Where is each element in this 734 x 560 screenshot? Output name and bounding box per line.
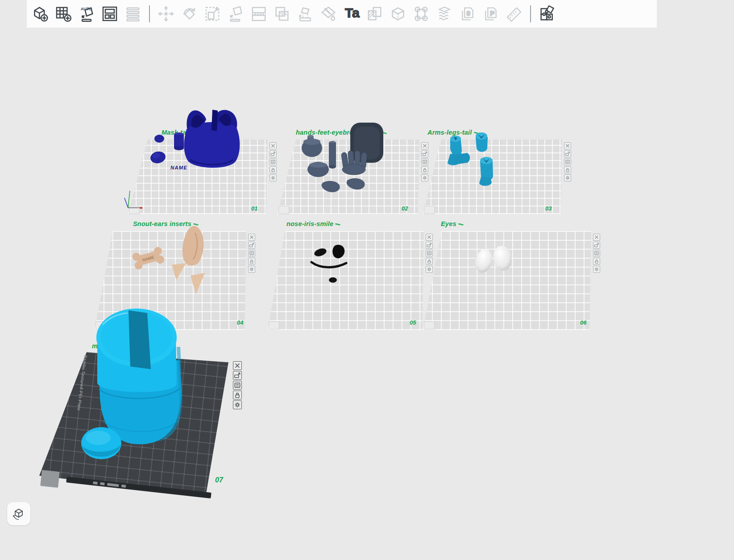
plate-settings-icon[interactable] — [248, 250, 255, 257]
fuzzy-skin-button[interactable] — [435, 5, 453, 23]
plate-settings-icon[interactable] — [233, 381, 242, 390]
cut-button[interactable] — [250, 5, 268, 23]
plate-01-controls — [270, 142, 277, 181]
plate-04-controls — [248, 234, 255, 273]
cut-cube-button[interactable] — [389, 5, 407, 23]
delete-plate-icon[interactable] — [564, 142, 571, 149]
text-shape-button[interactable]: Ta — [343, 5, 361, 23]
model-eyes[interactable] — [472, 242, 519, 278]
plate-gear-icon[interactable] — [233, 400, 242, 409]
auto-orient-button[interactable]: AUTO — [78, 5, 95, 23]
svg-text:P: P — [490, 9, 494, 17]
lock-plate-icon[interactable] — [426, 258, 433, 265]
delete-plate-icon[interactable] — [248, 234, 255, 241]
zero-document-button[interactable]: 0 — [459, 5, 477, 23]
toolbar-divider — [530, 5, 531, 22]
plate-corner-tab — [269, 321, 279, 329]
variable-layer-height-button[interactable] — [124, 5, 142, 23]
plate-number-02: 02 — [402, 205, 408, 212]
lock-plate-icon[interactable] — [248, 258, 255, 265]
toolbar-divider — [149, 5, 150, 22]
delete-plate-icon[interactable] — [426, 234, 433, 241]
color-painting-button[interactable] — [319, 5, 337, 23]
plate-05-controls — [426, 234, 433, 273]
p-document-button[interactable]: P — [482, 5, 500, 23]
plate-settings-icon[interactable] — [270, 158, 277, 165]
plate-05-name: nose-iris-smile — [286, 220, 342, 227]
delete-plate-icon[interactable] — [270, 142, 277, 149]
axes-gizmo — [123, 189, 144, 210]
plate-corner-tab — [278, 206, 289, 214]
move-plate-icon[interactable] — [564, 150, 571, 157]
plate-03-controls — [564, 142, 571, 181]
move-plate-icon[interactable] — [426, 242, 433, 249]
lock-plate-icon[interactable] — [593, 258, 600, 265]
plate-gear-icon[interactable] — [270, 174, 277, 181]
model-nose-iris-smile[interactable] — [308, 241, 357, 288]
move-plate-icon[interactable] — [248, 242, 255, 249]
move-plate-icon[interactable] — [593, 242, 600, 249]
plate-settings-icon[interactable] — [593, 250, 600, 257]
edit-plate-name-icon[interactable] — [335, 219, 344, 229]
delete-plate-icon[interactable] — [421, 142, 428, 149]
assembly-view-button[interactable] — [538, 5, 556, 23]
lock-plate-icon[interactable] — [421, 166, 428, 173]
plate-corner-tab — [424, 206, 435, 214]
plate-gear-icon[interactable] — [564, 174, 571, 181]
plate-06-name: Eyes — [441, 220, 465, 227]
plate-number-03: 03 — [545, 205, 552, 212]
plate-gear-icon[interactable] — [248, 266, 255, 273]
move-plate-icon[interactable] — [270, 150, 277, 157]
support-painting-button[interactable] — [296, 5, 314, 23]
lock-plate-icon[interactable] — [233, 391, 242, 399]
model-body-cylinder[interactable] — [77, 307, 199, 472]
place-on-face-button[interactable] — [227, 5, 245, 23]
plate-settings-icon[interactable] — [421, 158, 428, 165]
arrange-button[interactable] — [101, 5, 119, 23]
move-plate-icon[interactable] — [233, 371, 242, 380]
plate-gear-icon[interactable] — [593, 266, 600, 273]
rotate-button[interactable] — [180, 5, 198, 23]
plate-07-controls — [233, 361, 242, 409]
model-hands-feet-belly[interactable] — [301, 120, 386, 198]
delete-plate-icon[interactable] — [233, 361, 242, 370]
scale-button[interactable] — [203, 5, 221, 23]
lock-plate-icon[interactable] — [564, 166, 571, 173]
svg-text:NAME: NAME — [170, 165, 187, 170]
move-button[interactable] — [157, 5, 175, 23]
plate-corner-tab — [40, 470, 60, 488]
mesh-boolean-button[interactable] — [273, 5, 291, 23]
delete-plate-icon[interactable] — [593, 234, 600, 241]
add-object-button[interactable] — [31, 5, 49, 23]
plate-settings-icon[interactable] — [564, 158, 571, 165]
plate-gear-icon[interactable] — [421, 174, 428, 181]
svg-text:Ta: Ta — [345, 5, 360, 20]
main-toolbar: AUTO — [27, 0, 657, 28]
measure-button[interactable] — [505, 5, 523, 23]
svg-text:0: 0 — [467, 9, 470, 17]
edit-plate-name-icon[interactable] — [457, 219, 467, 229]
model-arms-legs-tail[interactable] — [444, 127, 502, 189]
svg-text:AUTO: AUTO — [81, 7, 92, 11]
move-plate-icon[interactable] — [421, 150, 428, 157]
plate-gear-icon[interactable] — [426, 266, 433, 273]
plate-06-controls — [593, 234, 600, 273]
model-snout-ears-inserts[interactable]: NAME — [131, 222, 211, 300]
view-orientation-button[interactable] — [7, 502, 30, 525]
plate-number-05: 05 — [410, 319, 416, 326]
seam-painting-button[interactable] — [412, 5, 430, 23]
negative-part-button[interactable] — [366, 5, 384, 23]
plate-number-04: 04 — [237, 319, 243, 326]
plate-number-06: 06 — [580, 319, 586, 326]
model-mask-parts[interactable]: NAME — [147, 106, 259, 218]
plate-02-controls — [421, 142, 428, 181]
add-plate-button[interactable] — [54, 5, 72, 23]
plate-corner-tab — [424, 321, 435, 329]
plate-settings-icon[interactable] — [426, 250, 433, 257]
lock-plate-icon[interactable] — [270, 166, 277, 173]
plate-number-07: 07 — [215, 476, 223, 484]
